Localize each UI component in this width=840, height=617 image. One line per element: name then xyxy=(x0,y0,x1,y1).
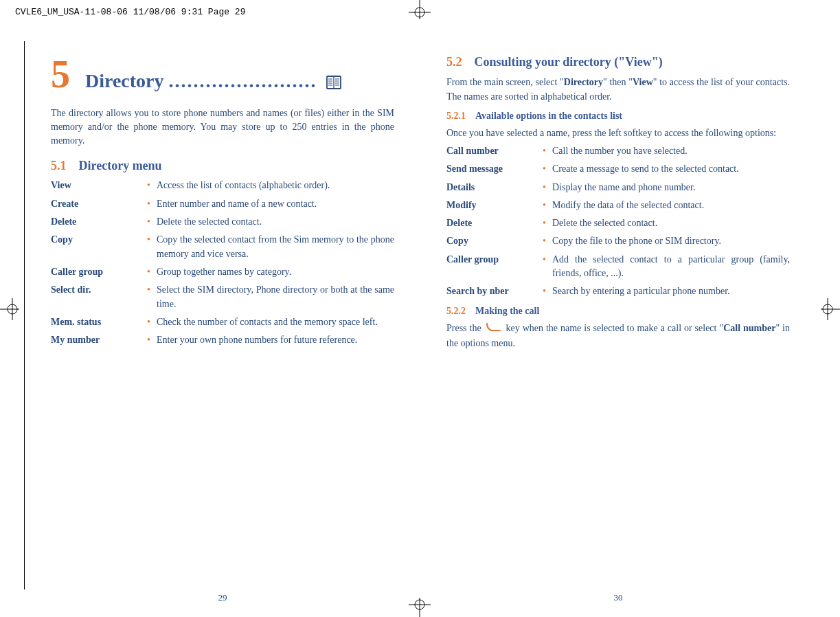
definition-description: Copy the file to the phone or SIM direct… xyxy=(552,234,790,248)
bullet-icon: • xyxy=(147,233,157,261)
definition-term: Select dir. xyxy=(51,283,147,311)
definition-term: Details xyxy=(446,181,543,194)
bold-text: Call number xyxy=(723,323,775,333)
text: key when the name is selected to make a … xyxy=(506,323,724,333)
definition-row: Select dir.•Select the SIM directory, Ph… xyxy=(51,283,394,311)
definition-row: Details•Display the name and phone numbe… xyxy=(446,181,790,194)
registration-mark-icon xyxy=(821,298,840,320)
section-number: 5.1 xyxy=(51,159,67,172)
section-number: 5.2 xyxy=(446,55,462,69)
bullet-icon: • xyxy=(543,162,552,176)
section-heading-5-1: 5.1Directory menu xyxy=(51,159,394,173)
directory-menu-list: View•Access the list of contacts (alphab… xyxy=(51,179,394,347)
bullet-icon: • xyxy=(543,144,552,158)
bold-text: View xyxy=(633,77,653,87)
definition-description: Add the selected contact to a particular… xyxy=(552,253,790,281)
definition-term: Caller group xyxy=(446,253,543,281)
making-call-para: Press the key when the name is selected … xyxy=(446,321,790,350)
definition-term: Call number xyxy=(446,144,543,158)
chapter-number: 5 xyxy=(51,55,70,93)
definition-row: My number•Enter your own phone numbers f… xyxy=(51,333,394,347)
bullet-icon: • xyxy=(543,199,552,212)
definition-description: Copy the selected contact from the Sim m… xyxy=(157,233,394,261)
bullet-icon: • xyxy=(147,197,157,211)
chapter-title-text: Directory xyxy=(85,70,164,91)
section-title: Consulting your directory ("View") xyxy=(475,55,663,69)
definition-term: Mem. status xyxy=(51,315,147,329)
definition-term: Delete xyxy=(51,215,147,229)
leader-dots: ........................ xyxy=(169,70,317,91)
chapter-heading: 5 Directory ........................ xyxy=(51,55,394,94)
definition-row: Mem. status•Check the number of contacts… xyxy=(51,315,394,329)
subsection-heading-5-2-2: 5.2.2Making the call xyxy=(446,306,790,317)
definition-description: Enter number and name of a new contact. xyxy=(157,197,394,211)
definition-row: Delete•Delete the selected contact. xyxy=(51,215,394,229)
definition-row: Caller group•Add the selected contact to… xyxy=(446,253,790,281)
section-heading-5-2: 5.2Consulting your directory ("View") xyxy=(446,55,790,69)
bold-text: Directory xyxy=(564,77,603,87)
page-spread: 5 Directory ........................ xyxy=(24,41,816,590)
text: From the main screen, select " xyxy=(446,77,564,87)
text: Press the xyxy=(446,323,484,333)
definition-row: Copy•Copy the selected contact from the … xyxy=(51,233,394,261)
definition-term: Copy xyxy=(51,233,147,261)
bullet-icon: • xyxy=(543,181,552,194)
page-29: 5 Directory ........................ xyxy=(24,41,420,590)
bullet-icon: • xyxy=(147,265,157,279)
definition-row: Modify•Modify the data of the selected c… xyxy=(446,199,790,212)
definition-term: My number xyxy=(51,333,147,347)
definition-description: Access the list of contacts (alphabetic … xyxy=(157,179,394,192)
bullet-icon: • xyxy=(147,333,157,347)
definition-row: Call number•Call the number you have sel… xyxy=(446,144,790,158)
subsection-number: 5.2.1 xyxy=(446,111,466,121)
definition-term: Modify xyxy=(446,199,543,212)
definition-term: Delete xyxy=(446,216,543,230)
definition-row: Send message•Create a message to send to… xyxy=(446,162,790,176)
definition-row: Create•Enter number and name of a new co… xyxy=(51,197,394,211)
print-header: CVLE6_UM_USA-11-08-06 11/08/06 9:31 Page… xyxy=(15,7,245,17)
definition-description: Check the number of contacts and the mem… xyxy=(157,315,394,329)
text: " then " xyxy=(603,77,633,87)
definition-term: Create xyxy=(51,197,147,211)
subsection-intro: Once you have selected a name, press the… xyxy=(446,126,790,140)
definition-description: Delete the selected contact. xyxy=(157,215,394,229)
definition-term: Send message xyxy=(446,162,543,176)
call-key-icon xyxy=(486,322,501,336)
definition-row: View•Access the list of contacts (alphab… xyxy=(51,179,394,192)
registration-mark-icon xyxy=(0,298,19,320)
definition-description: Group together names by category. xyxy=(157,265,394,279)
bullet-icon: • xyxy=(543,253,552,281)
definition-description: Display the name and phone number. xyxy=(552,181,790,194)
definition-description: Call the number you have selected. xyxy=(552,144,790,158)
section-intro: From the main screen, select "Directory"… xyxy=(446,75,790,104)
definition-description: Delete the selected contact. xyxy=(552,216,790,230)
bullet-icon: • xyxy=(543,216,552,230)
subsection-number: 5.2.2 xyxy=(446,306,466,316)
chapter-intro: The directory allows you to store phone … xyxy=(51,106,394,148)
subsection-heading-5-2-1: 5.2.1Available options in the contacts l… xyxy=(446,111,790,122)
bullet-icon: • xyxy=(147,215,157,229)
chapter-title: Directory ........................ xyxy=(85,70,394,94)
definition-description: Select the SIM directory, Phone director… xyxy=(157,283,394,311)
definition-description: Search by entering a particular phone nu… xyxy=(552,284,790,298)
page-number: 29 xyxy=(25,592,420,603)
directory-icon xyxy=(326,72,341,94)
section-title: Directory menu xyxy=(79,159,162,172)
definition-row: Copy•Copy the file to the phone or SIM d… xyxy=(446,234,790,248)
definition-term: Copy xyxy=(446,234,543,248)
registration-mark-icon xyxy=(409,0,431,19)
definition-row: Search by nber•Search by entering a part… xyxy=(446,284,790,298)
bullet-icon: • xyxy=(543,284,552,298)
definition-term: Caller group xyxy=(51,265,147,279)
subsection-title: Available options in the contacts list xyxy=(475,111,622,121)
definition-row: Delete•Delete the selected contact. xyxy=(446,216,790,230)
definition-row: Caller group•Group together names by cat… xyxy=(51,265,394,279)
bullet-icon: • xyxy=(147,179,157,192)
bullet-icon: • xyxy=(543,234,552,248)
definition-term: View xyxy=(51,179,147,192)
definition-description: Modify the data of the selected contact. xyxy=(552,199,790,212)
page-number: 30 xyxy=(420,592,816,603)
bullet-icon: • xyxy=(147,315,157,329)
bullet-icon: • xyxy=(147,283,157,311)
definition-description: Enter your own phone numbers for future … xyxy=(157,333,394,347)
